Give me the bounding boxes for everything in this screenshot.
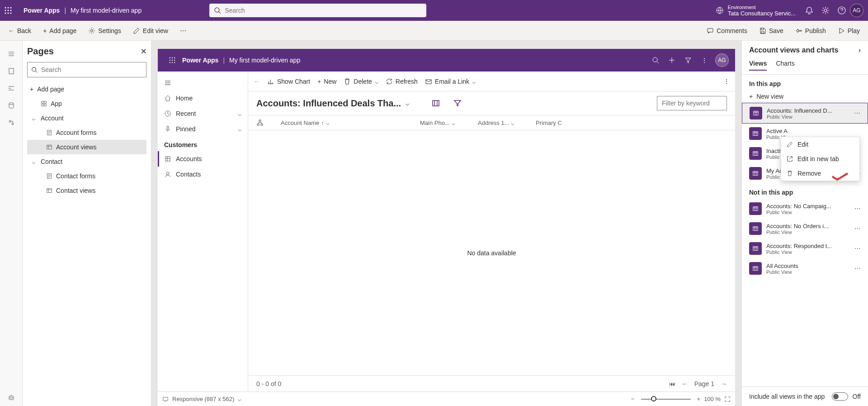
play-button[interactable]: Play <box>835 25 863 36</box>
settings-icon[interactable] <box>817 2 834 19</box>
page-contact-forms[interactable]: Contact forms <box>27 169 146 183</box>
canvas-waffle-icon[interactable] <box>164 52 180 68</box>
new-view-button[interactable]: +New view <box>742 90 868 103</box>
page-app[interactable]: App <box>27 96 146 111</box>
prev-page-icon[interactable]: ← <box>682 380 688 387</box>
pages-search-input[interactable] <box>41 66 142 73</box>
fit-icon[interactable] <box>724 396 731 402</box>
delete-button[interactable]: Delete <box>344 78 372 85</box>
edit-columns-icon[interactable] <box>432 99 440 107</box>
svg-rect-60 <box>753 267 758 271</box>
view-icon <box>749 222 762 235</box>
view-title[interactable]: Accounts: Influenced Deals Tha... <box>256 98 401 109</box>
notifications-icon[interactable] <box>801 2 817 19</box>
nav-accounts[interactable]: Accounts <box>158 151 248 167</box>
global-search[interactable] <box>209 4 426 17</box>
rail-bot-icon[interactable] <box>0 389 23 406</box>
view-item-responded[interactable]: Accounts: Responded t...Public View ⋯ <box>742 239 868 258</box>
nav-recent[interactable]: Recent⌵ <box>158 106 248 121</box>
page-account[interactable]: ⌵Account <box>27 111 146 125</box>
col-address[interactable]: Address 1...⌵ <box>478 119 532 126</box>
view-more-icon[interactable]: ⋯ <box>854 205 861 212</box>
view-item-no-campaign[interactable]: Accounts: No Campaig...Public View ⋯ <box>742 199 868 219</box>
view-item-influenced[interactable]: Accounts: Influenced D...Public View ⋯ <box>742 103 868 124</box>
tab-views[interactable]: Views <box>749 60 767 71</box>
view-more-icon[interactable]: ⋯ <box>854 245 861 252</box>
nav-home[interactable]: Home <box>158 91 248 106</box>
back-arrow[interactable]: ← <box>254 78 260 85</box>
email-split[interactable]: ⌵ <box>472 78 476 85</box>
canvas-avatar[interactable]: AG <box>715 53 729 67</box>
rail-pages-icon[interactable] <box>0 62 23 80</box>
ctx-edit[interactable]: Edit <box>781 137 859 152</box>
environment-icon[interactable] <box>712 2 728 19</box>
page-account-views[interactable]: Account views <box>27 140 146 154</box>
back-button[interactable]: ←Back <box>5 25 34 36</box>
view-item-all[interactable]: All AccountsPublic View ⋯ <box>742 258 868 278</box>
hierarchy-icon[interactable] <box>256 119 264 126</box>
entity-more[interactable]: ⋮ <box>723 78 730 85</box>
collapse-panel-icon[interactable]: › <box>859 46 861 54</box>
email-link-button[interactable]: Email a Link <box>425 78 469 85</box>
view-item-no-orders[interactable]: Accounts: No Orders i...Public View ⋯ <box>742 219 868 239</box>
waffle-icon[interactable] <box>5 7 21 14</box>
canvas-filter-icon[interactable] <box>680 52 696 68</box>
rail-data-icon[interactable] <box>0 97 23 114</box>
page-contact[interactable]: ⌵Contact <box>27 154 146 169</box>
col-account-name[interactable]: Account Name↑⌵ <box>281 119 380 126</box>
close-panel-icon[interactable]: ✕ <box>141 47 146 56</box>
app-name[interactable]: My first model-driven app <box>71 7 142 14</box>
publish-button[interactable]: Publish <box>793 25 829 36</box>
nav-hamburger[interactable] <box>158 75 248 91</box>
responsive-icon[interactable] <box>162 396 169 402</box>
col-primary-contact[interactable]: Primary C <box>536 119 581 126</box>
search-input[interactable] <box>225 7 422 14</box>
responsive-label[interactable]: Responsive (887 x 562) <box>172 396 234 402</box>
ctx-remove[interactable]: Remove <box>781 166 859 181</box>
separator: | <box>64 7 66 14</box>
view-more-icon[interactable]: ⋯ <box>854 265 861 272</box>
view-dropdown-icon[interactable]: ⌵ <box>406 100 409 107</box>
view-more-icon[interactable]: ⋯ <box>854 110 860 117</box>
first-page-icon[interactable]: ⏮ <box>669 380 675 387</box>
include-all-toggle[interactable] <box>832 392 848 401</box>
page-contact-views[interactable]: Contact views <box>27 183 146 198</box>
col-main-phone[interactable]: Main Pho...⌵ <box>420 119 474 126</box>
add-page-item[interactable]: +Add page <box>27 82 146 96</box>
zoom-out[interactable]: − <box>631 396 635 402</box>
user-avatar[interactable]: AG <box>850 4 863 17</box>
help-icon[interactable] <box>834 2 850 19</box>
product-name[interactable]: Power Apps <box>24 7 60 14</box>
filter-input[interactable] <box>657 96 727 110</box>
rail-automation-icon[interactable] <box>0 114 23 131</box>
rail-nav-icon[interactable] <box>0 80 23 97</box>
zoom-in[interactable]: + <box>697 396 701 402</box>
edit-view-button[interactable]: Edit view <box>130 25 171 36</box>
comments-button[interactable]: Comments <box>704 25 750 36</box>
environment-selector[interactable]: Environment Tata Consultancy Servic... <box>728 4 796 17</box>
filter-icon[interactable] <box>453 99 462 107</box>
ctx-edit-new-tab[interactable]: Edit in new tab <box>781 152 859 166</box>
new-button[interactable]: +New <box>317 78 336 85</box>
svg-rect-48 <box>433 100 439 106</box>
more-button[interactable]: ⋯ <box>177 25 189 36</box>
refresh-button[interactable]: Refresh <box>386 78 418 85</box>
zoom-slider[interactable] <box>641 399 691 400</box>
canvas-add-icon[interactable] <box>664 52 680 68</box>
view-more-icon[interactable]: ⋯ <box>854 225 861 232</box>
next-page-icon[interactable]: → <box>721 380 727 387</box>
save-button[interactable]: Save <box>756 25 786 36</box>
settings-button[interactable]: Settings <box>85 25 124 36</box>
delete-split[interactable]: ⌵ <box>375 78 378 85</box>
show-chart-button[interactable]: Show Chart <box>267 78 310 85</box>
nav-contacts[interactable]: Contacts <box>158 167 248 182</box>
canvas-more-icon[interactable]: ⋮ <box>696 52 712 68</box>
page-account-forms[interactable]: Account forms <box>27 125 146 140</box>
pages-search[interactable] <box>27 62 146 77</box>
canvas-search-icon[interactable] <box>647 52 664 68</box>
rail-hamburger[interactable] <box>0 45 23 62</box>
add-page-button[interactable]: +Add page <box>40 25 79 36</box>
tab-charts[interactable]: Charts <box>776 60 794 71</box>
nav-pinned[interactable]: Pinned⌵ <box>158 121 248 137</box>
responsive-chevron[interactable]: ⌵ <box>238 396 241 402</box>
